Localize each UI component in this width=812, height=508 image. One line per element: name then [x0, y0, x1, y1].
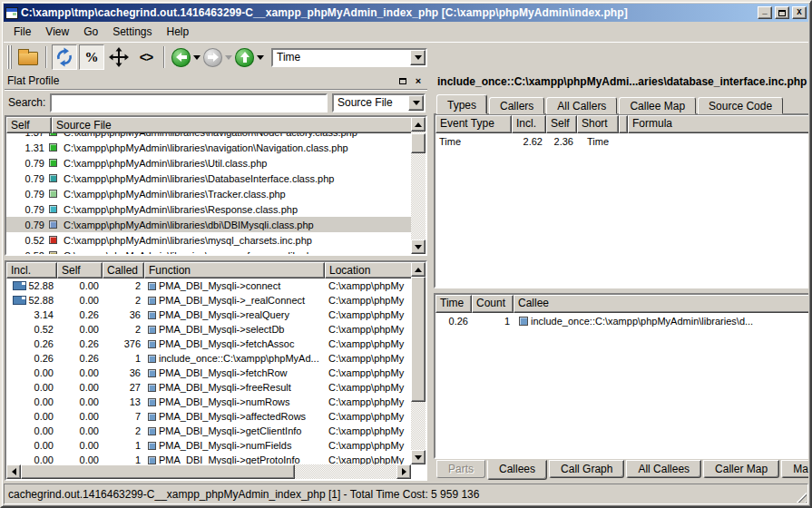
function-row[interactable]: 0.000.001PMA_DBI_Mysqli->getProtoInfoC:\…	[6, 453, 411, 464]
move-button[interactable]	[106, 44, 132, 70]
function-row[interactable]: 0.000.0027PMA_DBI_Mysqli->freeResultC:\x…	[6, 380, 411, 395]
refresh-button[interactable]	[52, 44, 77, 70]
back-button[interactable]	[171, 48, 191, 67]
maximize-button[interactable]	[775, 6, 789, 19]
scroll-up-button[interactable]	[411, 262, 426, 277]
percent-toggle-button[interactable]: %	[79, 44, 104, 70]
bottom-tab-parts[interactable]: Parts	[436, 460, 485, 478]
function-table-header: Incl.SelfCalledFunctionLocation	[6, 262, 426, 278]
up-dropdown-arrow[interactable]	[257, 55, 264, 60]
column-header[interactable]: Count	[472, 295, 514, 313]
source-file-table: SelfSource File 1.37C:\xampp\phpMyAdmin\…	[5, 115, 427, 256]
file-row[interactable]: 0.52C:\xampp\phpMyAdmin\libraries\user_p…	[6, 248, 411, 254]
group-combo[interactable]: Source File	[332, 93, 426, 112]
tab-all-callers[interactable]: All Callers	[546, 97, 617, 114]
column-header[interactable]: Source File	[52, 117, 426, 133]
column-header[interactable]: Time	[435, 295, 472, 313]
function-row[interactable]: 0.000.0036PMA_DBI_Mysqli->fetchRowC:\xam…	[6, 366, 411, 380]
file-row[interactable]: 0.79C:\xampp\phpMyAdmin\libraries\Respon…	[6, 201, 411, 217]
menu-settings[interactable]: Settings	[106, 24, 158, 40]
open-file-button[interactable]	[15, 44, 41, 70]
scrollbar-track[interactable]	[21, 464, 396, 479]
file-row[interactable]: 0.79C:\xampp\phpMyAdmin\libraries\Tracke…	[6, 186, 411, 201]
file-row[interactable]: 0.52C:\xampp\phpMyAdmin\libraries\mysql_…	[6, 232, 411, 248]
incl-value: 0.52	[34, 324, 54, 335]
combo-dropdown-button[interactable]	[408, 95, 424, 111]
function-row[interactable]: 0.260.26376PMA_DBI_Mysqli->fetchAssocC:\…	[6, 337, 411, 351]
search-input[interactable]	[50, 93, 328, 112]
column-header[interactable]: Event Type	[435, 115, 512, 133]
scrollbar-thumb[interactable]	[21, 464, 295, 479]
called-count-cell: 376	[103, 338, 144, 349]
column-header[interactable]: Incl.	[512, 115, 546, 133]
minimize-button[interactable]: _	[758, 6, 772, 19]
function-row[interactable]: 3.140.2636PMA_DBI_Mysqli->realQueryC:\xa…	[6, 308, 411, 322]
column-header[interactable]	[619, 115, 628, 133]
column-header[interactable]: Self	[6, 117, 52, 133]
bottom-tab-callees[interactable]: Callees	[487, 460, 547, 480]
menu-go[interactable]: Go	[77, 24, 104, 40]
function-row[interactable]: 0.520.002PMA_DBI_Mysqli->selectDbC:\xamp…	[6, 322, 411, 337]
function-row[interactable]: 0.000.001PMA_DBI_Mysqli->numFieldsC:\xam…	[6, 438, 411, 453]
close-button[interactable]: X	[792, 6, 807, 19]
function-row[interactable]: 0.260.261include_once::C:\xampp\phpMyAd.…	[6, 351, 411, 366]
dock-close-button[interactable]: ×	[412, 75, 425, 87]
toolbar-grip[interactable]	[7, 45, 12, 69]
resize-grip[interactable]	[796, 492, 807, 503]
scroll-left-button[interactable]	[6, 464, 21, 479]
dock-float-button[interactable]	[396, 75, 409, 87]
function-row[interactable]: 0.000.0013PMA_DBI_Mysqli->numRowsC:\xamp…	[6, 395, 411, 409]
scroll-down-button[interactable]	[411, 450, 426, 464]
scrollbar-track[interactable]	[411, 277, 426, 450]
function-row[interactable]: 52.880.002PMA_DBI_Mysqli->_realConnectC:…	[6, 293, 411, 308]
detail-tab-bar: TypesCallersAll CallersCallee MapSource …	[434, 93, 808, 113]
scroll-up-button[interactable]	[411, 117, 426, 132]
relative-cost-button[interactable]: <>	[133, 44, 159, 70]
column-header[interactable]: Function	[144, 262, 325, 278]
tab-callee-map[interactable]: Callee Map	[619, 97, 696, 114]
file-row[interactable]: 0.79C:\xampp\phpMyAdmin\libraries\Util.c…	[6, 155, 411, 171]
column-header[interactable]: Formula	[628, 115, 808, 133]
scroll-right-button[interactable]	[396, 464, 411, 479]
up-button[interactable]	[235, 48, 254, 67]
event-type-combo[interactable]: Time	[271, 48, 427, 67]
event-type-row[interactable]: Time2.622.36Time	[435, 133, 808, 149]
scroll-down-button[interactable]	[411, 239, 426, 254]
column-header[interactable]: Self	[57, 262, 103, 278]
function-row[interactable]: 52.880.002PMA_DBI_Mysqli->connectC:\xamp…	[6, 278, 411, 293]
function-name-cell: PMA_DBI_Mysqli->connect	[144, 280, 325, 291]
menu-help[interactable]: Help	[161, 24, 196, 40]
file-row[interactable]: 1.31C:\xampp\phpMyAdmin\libraries\naviga…	[6, 140, 411, 155]
percent-icon: %	[85, 50, 99, 65]
column-header[interactable]: Short	[577, 115, 619, 133]
panel-splitter[interactable]	[427, 72, 434, 482]
source-file-cell: C:\xampp\phpMyAdmin\libraries\user_prefe…	[60, 250, 321, 255]
forward-dropdown-arrow[interactable]	[225, 55, 232, 60]
bottom-tab-call-graph[interactable]: Call Graph	[549, 460, 624, 478]
bottom-tab-caller-map[interactable]: Caller Map	[703, 460, 779, 478]
column-header[interactable]: Self	[546, 115, 577, 133]
file-row[interactable]: 0.79C:\xampp\phpMyAdmin\libraries\Databa…	[6, 171, 411, 186]
menu-view[interactable]: View	[39, 24, 75, 40]
file-row[interactable]: 0.79C:\xampp\phpMyAdmin\libraries\dbi\DB…	[6, 217, 411, 232]
tab-source-code[interactable]: Source Code	[698, 97, 783, 114]
scrollbar-thumb[interactable]	[411, 277, 426, 402]
menu-file[interactable]: File	[7, 24, 37, 40]
scrollbar-track[interactable]	[411, 132, 426, 239]
tab-types[interactable]: Types	[436, 94, 487, 114]
callee-row[interactable]: 0.261 include_once::C:\xampp\phpMyAdmin\…	[435, 313, 808, 328]
file-row[interactable]: 1.37C:\xampp\phpMyAdmin\libraries\naviga…	[6, 133, 411, 140]
called-count-cell: 7	[103, 411, 144, 422]
forward-button[interactable]	[203, 48, 222, 67]
column-header[interactable]: Called	[103, 262, 144, 278]
column-header[interactable]: Callee	[514, 295, 808, 313]
tab-callers[interactable]: Callers	[489, 97, 544, 114]
bottom-tab-machine[interactable]: Machine	[781, 460, 808, 478]
column-header[interactable]: Incl.	[6, 262, 57, 278]
function-row[interactable]: 0.000.007PMA_DBI_Mysqli->affectedRowsC:\…	[6, 409, 411, 424]
scrollbar-thumb[interactable]	[411, 133, 426, 153]
back-dropdown-arrow[interactable]	[193, 55, 201, 60]
combo-dropdown-button[interactable]	[410, 50, 426, 65]
bottom-tab-all-callees[interactable]: All Callees	[626, 460, 701, 478]
function-row[interactable]: 0.000.002PMA_DBI_Mysqli->getClientInfoC:…	[6, 424, 411, 438]
